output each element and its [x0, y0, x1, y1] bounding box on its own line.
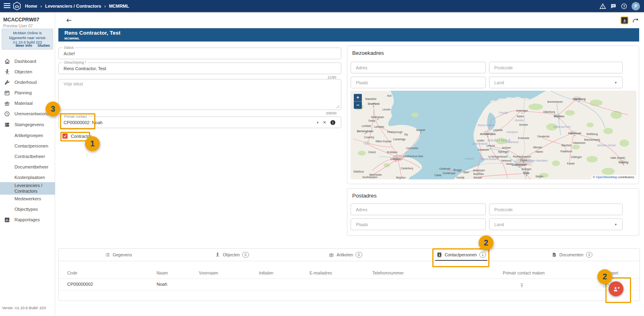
bar-chart-icon: [4, 217, 10, 223]
sidebar-item-rapportages[interactable]: Rapportages: [0, 214, 55, 225]
add-contact-fab[interactable]: [609, 281, 623, 296]
postal-address-card: Postadres Adres Postcode Plaats Land ▾: [347, 188, 639, 236]
sidebar-item-medewerkers[interactable]: Medewerkers: [0, 193, 55, 204]
close-notice-button[interactable]: Sluiten: [37, 44, 50, 48]
redo-button[interactable]: [632, 17, 639, 24]
back-button[interactable]: [66, 17, 72, 24]
map-label: Lincoln: [382, 108, 390, 111]
openstreetmap-link[interactable]: OpenStreetMap: [596, 175, 617, 179]
sidebar-item-leveranciers-contractors[interactable]: Leveranciers / Contractors: [0, 182, 55, 195]
free-text-counter: 0/8000: [326, 111, 336, 115]
tab-documenten[interactable]: Documenten 0: [551, 249, 592, 261]
sidebar-item-artikelgroepen[interactable]: Artikelgroepen: [0, 130, 55, 141]
unlink-button[interactable]: [603, 283, 609, 289]
description-field[interactable]: Omschrijving * Rens Contractor, Test: [58, 62, 341, 74]
map-label: Zeeland: [464, 157, 474, 160]
map-label: Fryslân: [499, 111, 508, 114]
primary-contact-field[interactable]: Primair contact CP00000002: Noah ▾ × i: [58, 116, 341, 128]
map-zoom-control: + −: [354, 94, 362, 109]
postal-postcode-field[interactable]: Postcode: [489, 204, 623, 215]
map-label: London: [390, 157, 400, 161]
map-label: Braunschweig: [584, 138, 600, 141]
tab-gegevens[interactable]: Gegevens: [105, 249, 132, 261]
chevron-down-icon: [4, 101, 9, 106]
map-label: Gent: [463, 171, 469, 174]
map-label: Hamburg: [573, 97, 585, 101]
map-zoom-in-button[interactable]: +: [354, 94, 362, 101]
postal-plaats-field[interactable]: Plaats: [351, 218, 486, 230]
sidebar-item-contactpersonen[interactable]: Contactpersonen: [0, 141, 55, 151]
sidebar-item-objecttypes[interactable]: Objecttypes: [0, 204, 55, 214]
main-content: Rens Contractor, Test MCMRML Status Acti…: [56, 12, 644, 316]
info-icon[interactable]: i: [330, 120, 335, 125]
checkbox-checked-icon: [62, 133, 68, 139]
map[interactable]: + −: [351, 91, 636, 179]
mcmain-logo-icon[interactable]: [12, 2, 21, 10]
sidebar-item-onderhoud[interactable]: Onderhoud: [0, 77, 55, 87]
map-label: Utrecht: [487, 144, 495, 147]
postal-adres-field[interactable]: Adres: [351, 204, 486, 215]
map-label: Nijmegen: [498, 150, 509, 154]
sidebar-item-urenverantwoording[interactable]: Urenverantwoording: [0, 108, 55, 119]
col-emailadres: E-mailadres: [310, 270, 332, 275]
sidebar-item-materiaal[interactable]: Materiaal: [0, 98, 55, 108]
list-icon: [105, 252, 110, 258]
sidebar-item-kostenplaatsen[interactable]: Kostenplaatsen: [0, 172, 55, 183]
visit-address-card: Bezoekadres Adres Postcode Plaats Land ▾…: [347, 46, 639, 184]
alerts-icon[interactable]: [599, 3, 606, 10]
sidebar-item-documentbeheer[interactable]: Documentbeheer: [0, 162, 55, 172]
dropdown-caret-icon[interactable]: ▾: [615, 81, 617, 85]
related-data-panel: Gegevens Objecten 0 Artikelen 0 Contactp…: [58, 248, 640, 301]
basket-icon: [328, 252, 334, 258]
visit-plaats-field[interactable]: Plaats: [351, 77, 486, 88]
visit-land-field[interactable]: Land ▾: [489, 77, 623, 88]
menu-icon[interactable]: [4, 3, 10, 8]
map-label: Lelystad: [493, 129, 503, 132]
map-label: Bruxelles: [473, 173, 484, 175]
free-text-field[interactable]: Vrije tekst: [58, 79, 341, 110]
map-label: Hildesheim: [573, 141, 585, 144]
save-button[interactable]: [621, 17, 628, 24]
make-primary-contact-button[interactable]: [519, 283, 525, 289]
map-label: Coventry: [364, 136, 374, 139]
resize-handle[interactable]: [336, 104, 340, 108]
dropdown-caret-icon[interactable]: ▾: [317, 121, 319, 125]
sidebar-item-objecten[interactable]: Objecten: [0, 67, 55, 77]
col-telefoonnummer: Telefoonnummer: [372, 270, 404, 275]
map-label: Solingen: [522, 168, 532, 171]
status-field[interactable]: Status Actief: [58, 48, 341, 59]
tab-objecten[interactable]: Objecten 0: [215, 249, 249, 261]
map-label: Groningen: [516, 109, 528, 112]
map-label: Oldenburg: [543, 110, 555, 114]
contractor-checkbox[interactable]: Contractor: [62, 133, 91, 139]
map-label: Leiden: [477, 139, 485, 142]
sidebar-item-planning[interactable]: Planning: [0, 87, 55, 98]
sidebar-item-contractbeheer[interactable]: Contractbeheer: [0, 151, 55, 162]
breadcrumb-leveranciers[interactable]: Leveranciers / Contractors: [45, 4, 101, 8]
map-label: Ely: [405, 133, 409, 136]
map-label: Bielefeld: [561, 144, 572, 147]
sidebar-item-stamgegevens[interactable]: Stamgegevens: [0, 119, 55, 130]
feedback-icon[interactable]: [610, 3, 617, 9]
sidebar: MCACCPRW07 Preview User 07 McMain Online…: [0, 12, 55, 316]
postal-land-field[interactable]: Land ▾: [489, 218, 623, 230]
visit-postcode-field[interactable]: Postcode: [489, 62, 623, 73]
map-label: Osnabrück: [537, 135, 550, 138]
map-label: Lichfield: [361, 125, 371, 127]
map-label: Antwerpen: [473, 169, 485, 172]
map-zoom-out-button[interactable]: −: [354, 102, 362, 109]
help-icon[interactable]: [621, 3, 627, 10]
more-info-button[interactable]: Meer Info: [16, 44, 32, 48]
map-label: Norwich: [416, 129, 425, 131]
avatar[interactable]: P: [632, 2, 640, 10]
clear-icon[interactable]: ×: [323, 120, 326, 125]
tab-artikelen[interactable]: Artikelen 0: [328, 249, 362, 261]
map-label: Oxford: [368, 151, 376, 154]
map-label: Sheffield: [367, 102, 379, 106]
breadcrumb-separator: ›: [104, 4, 105, 8]
dropdown-caret-icon[interactable]: ▾: [615, 222, 617, 227]
visit-adres-field[interactable]: Adres: [351, 62, 486, 73]
sidebar-item-dashboard[interactable]: Dashboard: [0, 56, 55, 67]
breadcrumb-home[interactable]: Home: [25, 4, 37, 8]
tab-contactpersonen[interactable]: Contactpersonen 1: [437, 249, 486, 261]
